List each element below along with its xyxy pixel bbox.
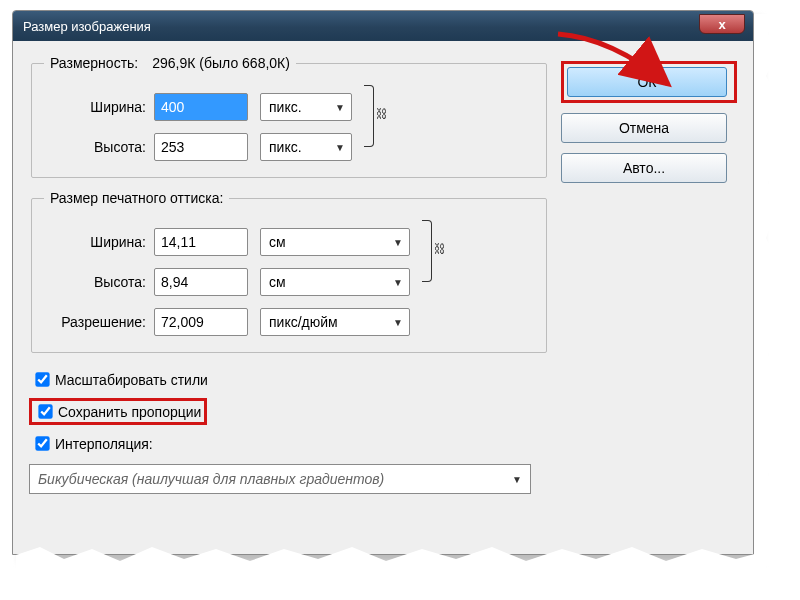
- link-icon: ⛓: [434, 242, 446, 256]
- interpolation-value: Бикубическая (наилучшая для плавных град…: [38, 471, 384, 487]
- auto-button[interactable]: Авто...: [561, 153, 727, 183]
- image-size-dialog: Размер изображения x Размерность: 296,9К…: [12, 10, 754, 555]
- print-link-bracket: ⛓: [418, 216, 436, 286]
- height-label: Высота:: [44, 139, 154, 155]
- chevron-down-icon: ▼: [512, 474, 522, 485]
- print-size-legend: Размер печатного оттиска:: [44, 190, 229, 206]
- window-title: Размер изображения: [23, 19, 151, 34]
- print-width-unit-select[interactable]: см ▼: [260, 228, 410, 256]
- ok-button[interactable]: ОК: [567, 67, 727, 97]
- height-input[interactable]: [154, 133, 248, 161]
- height-unit-value: пикс.: [269, 139, 302, 155]
- chevron-down-icon: ▼: [393, 317, 403, 328]
- scale-styles-check[interactable]: [35, 372, 49, 386]
- resample-checkbox[interactable]: Интерполяция:: [29, 433, 156, 454]
- width-unit-select[interactable]: пикс. ▼: [260, 93, 352, 121]
- torn-edge-right: [754, 14, 790, 566]
- chevron-down-icon: ▼: [393, 237, 403, 248]
- print-height-unit-value: см: [269, 274, 286, 290]
- width-input[interactable]: [154, 93, 248, 121]
- constrain-proportions-checkbox[interactable]: Сохранить пропорции: [29, 398, 207, 425]
- dimensions-summary: 296,9К (было 668,0К): [152, 55, 290, 71]
- print-width-label: Ширина:: [44, 234, 154, 250]
- chevron-down-icon: ▼: [335, 102, 345, 113]
- height-unit-select[interactable]: пикс. ▼: [260, 133, 352, 161]
- constrain-proportions-label: Сохранить пропорции: [58, 404, 201, 420]
- cancel-button[interactable]: Отмена: [561, 113, 727, 143]
- width-label: Ширина:: [44, 99, 154, 115]
- print-width-unit-value: см: [269, 234, 286, 250]
- link-bracket: ⛓: [360, 81, 378, 151]
- resolution-input[interactable]: [154, 308, 248, 336]
- scale-styles-checkbox[interactable]: Масштабировать стили: [29, 369, 211, 390]
- print-width-input[interactable]: [154, 228, 248, 256]
- interpolation-select[interactable]: Бикубическая (наилучшая для плавных град…: [29, 464, 531, 494]
- close-button[interactable]: x: [699, 14, 745, 34]
- close-icon: x: [718, 17, 725, 32]
- scale-styles-label: Масштабировать стили: [55, 372, 208, 388]
- chevron-down-icon: ▼: [393, 277, 403, 288]
- resolution-unit-value: пикс/дюйм: [269, 314, 338, 330]
- resample-check[interactable]: [35, 436, 49, 450]
- pixel-dimensions-group: Размерность: 296,9К (было 668,0К) Ширина…: [31, 55, 547, 178]
- constrain-proportions-check[interactable]: [38, 404, 52, 418]
- width-unit-value: пикс.: [269, 99, 302, 115]
- resolution-label: Разрешение:: [44, 314, 154, 330]
- dimensions-legend: Размерность:: [50, 55, 138, 71]
- title-bar: Размер изображения x: [13, 11, 753, 41]
- chevron-down-icon: ▼: [335, 142, 345, 153]
- print-height-input[interactable]: [154, 268, 248, 296]
- resolution-unit-select[interactable]: пикс/дюйм ▼: [260, 308, 410, 336]
- link-icon: ⛓: [376, 107, 388, 121]
- print-size-group: Размер печатного оттиска: Ширина: см ▼: [31, 190, 547, 353]
- print-height-label: Высота:: [44, 274, 154, 290]
- resample-label: Интерполяция:: [55, 436, 153, 452]
- torn-edge-bottom: [16, 537, 766, 575]
- ok-highlight: ОК: [561, 61, 737, 103]
- print-height-unit-select[interactable]: см ▼: [260, 268, 410, 296]
